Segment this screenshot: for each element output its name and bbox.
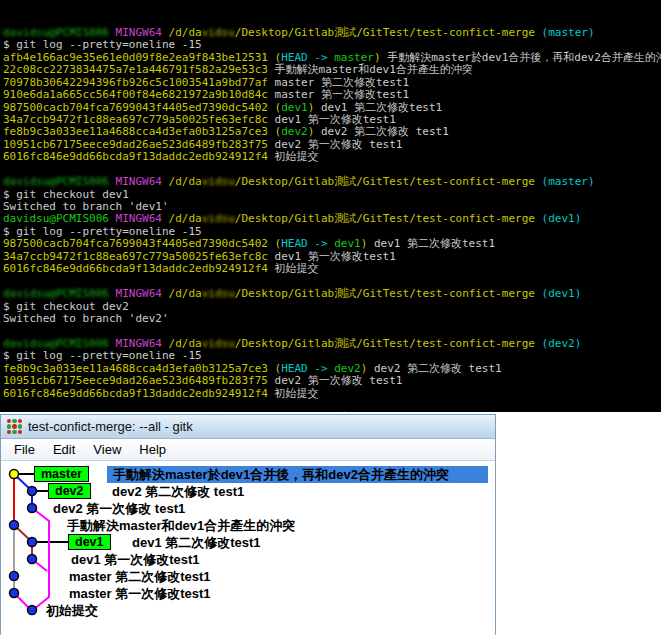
terminal-window[interactable]: davidsu@PCMIS006 MINGW64 /d/davidsu/Desk… bbox=[0, 0, 661, 412]
terminal-text bbox=[109, 175, 116, 188]
terminal-text: dev1 bbox=[334, 237, 361, 250]
terminal-text bbox=[109, 337, 116, 350]
terminal-text: $ git log --pretty=oneline -15 bbox=[3, 38, 202, 51]
terminal-text: MINGW64 bbox=[116, 337, 162, 350]
commit-row[interactable]: master 第二次修改test1 bbox=[69, 568, 211, 585]
terminal-text: ) bbox=[374, 51, 381, 64]
redacted-text: vidsu bbox=[202, 337, 235, 350]
commit-node[interactable] bbox=[28, 487, 37, 496]
terminal-text: dev2 第一次修改 test1 bbox=[268, 374, 402, 387]
terminal-text bbox=[535, 287, 542, 300]
commit-node[interactable] bbox=[28, 555, 37, 564]
terminal-text: (master) bbox=[542, 26, 595, 39]
menu-item-view[interactable]: View bbox=[84, 442, 130, 457]
terminal-text: MINGW64 bbox=[116, 175, 162, 188]
terminal-text: dev2 第一次修改 test1 bbox=[268, 138, 402, 151]
branch-label-dev2[interactable]: dev2 bbox=[48, 483, 91, 499]
terminal-text: master 第二次修改test1 bbox=[268, 76, 409, 89]
terminal-text: dev1 第二次修改test1 bbox=[314, 101, 442, 114]
commit-node[interactable] bbox=[10, 521, 19, 530]
terminal-text: 987500cacb704fca7699043f4405ed7390dc5402… bbox=[3, 237, 281, 250]
terminal-text: /d/da bbox=[169, 287, 202, 300]
commit-row[interactable]: dev1 第二次修改test1 bbox=[132, 534, 261, 551]
terminal-text bbox=[109, 212, 116, 225]
terminal-text: /Desktop/Gitlab測試/GitTest/test-confict-m… bbox=[235, 411, 535, 412]
terminal-text: dev2 bbox=[281, 125, 308, 138]
terminal-text: 6016fc846e9dd66bcda9f13daddc2edb924912f4 bbox=[3, 387, 268, 400]
redacted-text: davidsu@PCMIS006 bbox=[3, 337, 109, 350]
commit-row[interactable]: dev1 第一次修改test1 bbox=[71, 551, 200, 568]
commit-graph-canvas[interactable]: master手動解決master於dev1合并後，再和dev2合并產生的沖突de… bbox=[1, 461, 495, 635]
terminal-text: 34a7ccb9472f1c88ea697c779a50025fe63efc8c bbox=[3, 250, 268, 263]
terminal-output: davidsu@PCMIS006 MINGW64 /d/davidsu/Desk… bbox=[3, 27, 661, 412]
terminal-text bbox=[109, 411, 116, 412]
terminal-line: Switched to branch 'dev2' bbox=[3, 313, 661, 325]
terminal-text: /d/da bbox=[169, 212, 202, 225]
gitk-titlebar[interactable]: test-confict-merge: --all - gitk bbox=[1, 415, 495, 439]
terminal-text: 初始提交 bbox=[268, 387, 319, 400]
gitk-window-title: test-confict-merge: --all - gitk bbox=[28, 419, 193, 434]
commit-node[interactable] bbox=[10, 470, 19, 479]
terminal-text: 6016fc846e9dd66bcda9f13daddc2edb924912f4 bbox=[3, 150, 268, 163]
terminal-text: dev1 第一次修改test1 bbox=[268, 113, 396, 126]
terminal-text: afb4e166ac9e35e61e0d09f8e2ea9f843be12531… bbox=[3, 51, 281, 64]
terminal-text: (master) bbox=[542, 175, 595, 188]
terminal-text: MINGW64 bbox=[116, 287, 162, 300]
redacted-text: vidsu bbox=[202, 411, 235, 412]
terminal-text: 34a7ccb9472f1c88ea697c779a50025fe63efc8c bbox=[3, 113, 268, 126]
terminal-line: davidsu@PCMIS006 MINGW64 /d/davidsu/Desk… bbox=[3, 176, 661, 188]
terminal-text bbox=[109, 287, 116, 300]
terminal-text: dev1 第二次修改test1 bbox=[367, 237, 495, 250]
terminal-text: Switched to branch 'dev2' bbox=[3, 312, 169, 325]
terminal-text: 910e6da1a665cc564f00f84e6821972a9b10d84c bbox=[3, 88, 268, 101]
terminal-text: MINGW64 bbox=[116, 212, 162, 225]
terminal-text: (dev1) bbox=[542, 212, 582, 225]
terminal-line: davidsu@PCMIS006 MINGW64 /d/davidsu/Desk… bbox=[3, 288, 661, 300]
commit-row[interactable]: master 第一次修改test1 bbox=[69, 585, 211, 602]
terminal-text: 手動解決master於dev1合并後，再和dev2合并產生的沖突 bbox=[381, 51, 661, 64]
terminal-text bbox=[109, 26, 116, 39]
gitk-window: test-confict-merge: --all - gitk FileEdi… bbox=[0, 414, 496, 635]
terminal-text: $ git checkout dev2 bbox=[3, 300, 129, 313]
terminal-text bbox=[535, 212, 542, 225]
branch-label-master[interactable]: master bbox=[34, 466, 89, 482]
terminal-text: /Desktop/Gitlab測試/GitTest/test-confict-m… bbox=[235, 212, 535, 225]
menu-bar: FileEditViewHelp bbox=[1, 439, 495, 461]
terminal-text: MINGW64 bbox=[116, 411, 162, 412]
terminal-text: davidsu@PCMIS006 bbox=[3, 212, 109, 225]
terminal-text: Switched to branch 'dev1' bbox=[3, 200, 169, 213]
redacted-text: davidsu@PCMIS006 bbox=[3, 287, 109, 300]
commit-row[interactable]: dev2 第二次修改 test1 bbox=[112, 483, 244, 500]
terminal-text: dev2 第二次修改 test1 bbox=[314, 125, 448, 138]
commit-node[interactable] bbox=[10, 572, 19, 581]
commit-row[interactable]: 手動解決master於dev1合并後，再和dev2合并產生的沖突 bbox=[113, 466, 449, 483]
commit-node[interactable] bbox=[28, 504, 37, 513]
terminal-text: dev2 bbox=[334, 362, 361, 375]
terminal-line: 6016fc846e9dd66bcda9f13daddc2edb924912f4… bbox=[3, 151, 661, 163]
terminal-text bbox=[162, 411, 169, 412]
terminal-line: davidsu@PCMIS006 MINGW64 /d/davidsu/Desk… bbox=[3, 338, 661, 350]
terminal-text: /Desktop/Gitlab測試/GitTest/test-confict-m… bbox=[235, 175, 535, 188]
terminal-text: /d/da bbox=[169, 411, 202, 412]
redacted-text: davidsu@PCMIS006 bbox=[3, 411, 109, 412]
commit-row[interactable]: 手動解決master和dev1合并產生的沖突 bbox=[67, 517, 295, 534]
terminal-text: (dev1) bbox=[542, 287, 582, 300]
commit-node[interactable] bbox=[28, 606, 37, 615]
commit-node[interactable] bbox=[10, 589, 19, 598]
terminal-text: fe8b9c3a033ee11a4688cca4d3efa0b3125a7ce3… bbox=[3, 362, 281, 375]
redacted-text: davidsu@PCMIS006 bbox=[3, 26, 109, 39]
menu-item-help[interactable]: Help bbox=[130, 442, 175, 457]
terminal-text: 10951cb67175eece9dad26ae523d6489fb283f75 bbox=[3, 374, 268, 387]
menu-item-edit[interactable]: Edit bbox=[44, 442, 84, 457]
terminal-text: 初始提交 bbox=[268, 150, 319, 163]
commit-row[interactable]: dev2 第一次修改 test1 bbox=[53, 500, 185, 517]
terminal-text: 初始提交 bbox=[268, 262, 319, 275]
terminal-text: dev2 第二次修改 test1 bbox=[367, 362, 501, 375]
commit-node[interactable] bbox=[28, 538, 37, 547]
branch-label-dev1[interactable]: dev1 bbox=[68, 534, 111, 550]
menu-item-file[interactable]: File bbox=[5, 442, 44, 457]
commit-row[interactable]: 初始提交 bbox=[46, 602, 98, 619]
terminal-text: master 第一次修改test1 bbox=[268, 88, 409, 101]
terminal-line: davidsu@PCMIS006 MINGW64 /d/davidsu/Desk… bbox=[3, 27, 661, 39]
terminal-text bbox=[162, 26, 169, 39]
